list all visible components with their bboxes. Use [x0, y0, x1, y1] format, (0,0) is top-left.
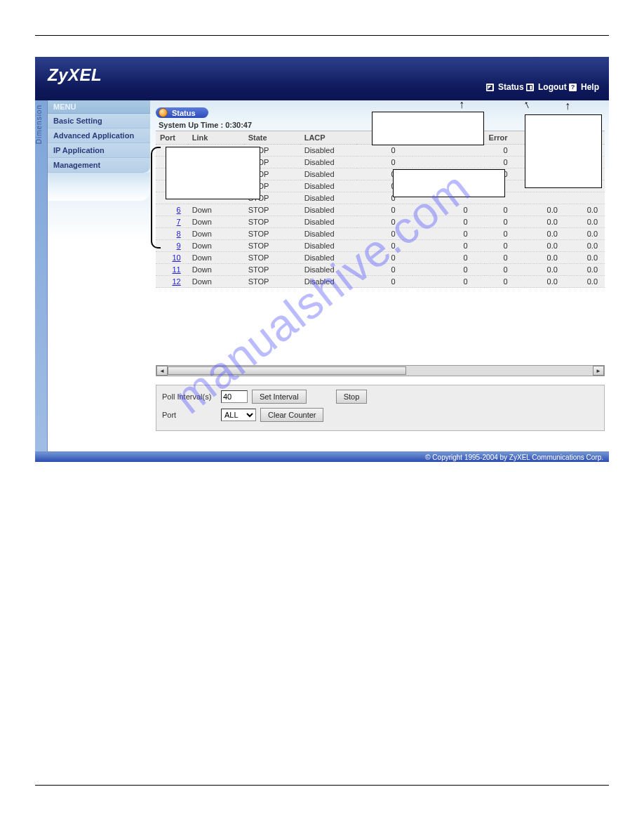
- col-r1: [525, 131, 565, 145]
- set-interval-button[interactable]: Set Interval: [252, 390, 307, 404]
- help-icon: ?: [569, 84, 577, 91]
- table-row: STOPDisabled0: [156, 180, 605, 192]
- table-row: 1DownSTOPDisabled00: [156, 145, 605, 157]
- stop-button[interactable]: Stop: [336, 390, 368, 404]
- status-table-wrap: Port Link State LACP Error 1DownSTOPDisa…: [156, 131, 605, 288]
- tab-dimension[interactable]: Dimension: [35, 100, 43, 148]
- port-link[interactable]: 7: [177, 218, 181, 226]
- table-row: 10DownSTOPDisabled0000.00.0: [156, 252, 605, 264]
- port-link[interactable]: 1: [177, 146, 181, 154]
- system-uptime: System Up Time : 0:30:47: [159, 121, 605, 129]
- menu-heading: MENU: [48, 100, 150, 114]
- scroll-right-icon[interactable]: ►: [593, 366, 604, 376]
- table-row: 6DownSTOPDisabled0000.00.0: [156, 204, 605, 216]
- col-state: State: [244, 131, 300, 145]
- sidebar-item-basic-setting[interactable]: Basic Setting: [48, 114, 150, 128]
- logout-link[interactable]: Logout: [538, 82, 567, 92]
- poll-interval-label: Poll Interval(s): [162, 392, 217, 401]
- status-pill: Status: [156, 107, 208, 118]
- tab-strip: Dimension GS-3012F: [35, 100, 48, 451]
- poll-interval-input[interactable]: [221, 390, 248, 403]
- table-row: STOPDisabled00: [156, 157, 605, 168]
- main-panel: Status System Up Time : 0:30:47 Port Lin…: [150, 100, 609, 451]
- sidebar-item-ip-application[interactable]: IP Application: [48, 143, 150, 158]
- port-link[interactable]: 10: [172, 253, 180, 262]
- sidebar: MENU Basic Setting Advanced Application …: [48, 100, 150, 451]
- header-bar: ZyXEL ◪Status ◧Logout ?Help: [35, 57, 609, 100]
- col-c2: [412, 131, 485, 145]
- status-link[interactable]: Status: [498, 82, 524, 92]
- col-port: Port: [156, 131, 188, 145]
- port-link[interactable]: 9: [177, 241, 181, 250]
- col-c1: [356, 131, 412, 145]
- table-row: STOPDisabled00: [156, 168, 605, 180]
- status-pill-label: Status: [172, 109, 196, 117]
- app-window: ZyXEL ◪Status ◧Logout ?Help Dimension GS…: [35, 57, 609, 462]
- table-row: 9DownSTOPDisabled0000.00.0: [156, 240, 605, 252]
- port-label: Port: [162, 411, 217, 419]
- status-dot-icon: [159, 108, 168, 117]
- footer-copyright: © Copyright 1995-2004 by ZyXEL Communica…: [35, 451, 609, 462]
- status-icon: ◪: [486, 84, 494, 91]
- scroll-thumb[interactable]: [168, 366, 406, 375]
- port-link[interactable]: 12: [172, 277, 180, 286]
- table-row: 12DownSTOPDisabled0000.00.0: [156, 276, 605, 288]
- top-links: ◪Status ◧Logout ?Help: [486, 82, 599, 92]
- sidebar-item-management[interactable]: Management: [48, 158, 150, 173]
- port-link[interactable]: 11: [172, 265, 180, 274]
- table-row: 11DownSTOPDisabled0000.00.0: [156, 264, 605, 276]
- port-link[interactable]: 6: [177, 206, 181, 214]
- clear-counter-button[interactable]: Clear Counter: [260, 408, 323, 422]
- logout-icon: ◧: [526, 84, 534, 91]
- col-link: Link: [188, 131, 244, 145]
- port-select[interactable]: ALL: [221, 409, 256, 421]
- table-row: STOPDisabled0: [156, 192, 605, 204]
- brand-logo: ZyXEL: [48, 65, 102, 85]
- table-row: 7DownSTOPDisabled0000.00.0: [156, 216, 605, 228]
- sidebar-item-advanced-application[interactable]: Advanced Application: [48, 128, 150, 143]
- port-link[interactable]: 8: [177, 230, 181, 238]
- col-error: Error: [485, 131, 525, 145]
- help-link[interactable]: Help: [581, 82, 599, 92]
- table-header-row: Port Link State LACP Error: [156, 131, 605, 145]
- horizontal-scrollbar[interactable]: ◄ ►: [156, 365, 605, 376]
- tab-model[interactable]: GS-3012F: [35, 148, 43, 194]
- col-lacp: LACP: [300, 131, 356, 145]
- controls-panel: Poll Interval(s) Set Interval Stop Port …: [156, 385, 605, 431]
- table-row: 8DownSTOPDisabled0000.00.0: [156, 228, 605, 240]
- col-r2: [565, 131, 605, 145]
- status-table: Port Link State LACP Error 1DownSTOPDisa…: [156, 131, 605, 288]
- scroll-left-icon[interactable]: ◄: [156, 366, 168, 376]
